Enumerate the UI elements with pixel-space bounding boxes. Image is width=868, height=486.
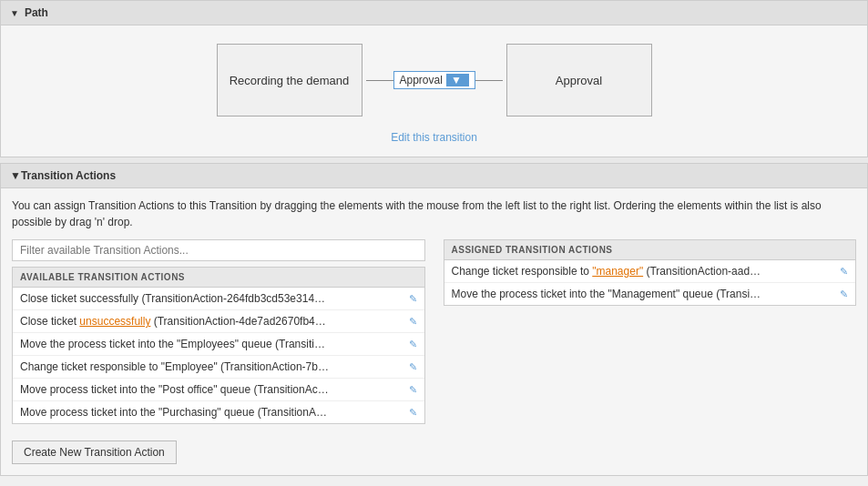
- connector-line-row: Approval ▼: [366, 71, 503, 89]
- filter-input[interactable]: [12, 239, 425, 261]
- list-item[interactable]: Move the process ticket into the "Employ…: [13, 333, 424, 356]
- actions-section-title: Transition Actions: [21, 169, 116, 182]
- transition-dropdown[interactable]: Approval ▼: [393, 71, 475, 89]
- edit-icon[interactable]: ✎: [409, 361, 417, 373]
- edit-icon[interactable]: ✎: [409, 316, 417, 328]
- create-transition-action-button[interactable]: Create New Transition Action: [12, 440, 177, 464]
- edit-icon[interactable]: ✎: [409, 339, 417, 350]
- list-item[interactable]: Move process ticket into the "Purchasing…: [13, 401, 424, 423]
- actions-section-header[interactable]: ▼ Transition Actions: [1, 164, 867, 188]
- page-wrapper: ▼ Path Recording the demand Approval ▼ A…: [0, 0, 868, 476]
- list-item-text: Close ticket unsuccessfully (TransitionA…: [20, 315, 330, 328]
- list-item[interactable]: Close ticket unsuccessfully (TransitionA…: [13, 310, 424, 333]
- list-item-text: Change ticket responsible to "Employee" …: [20, 360, 330, 373]
- edit-icon[interactable]: ✎: [409, 407, 417, 419]
- drag-lists: AVAILABLE TRANSITION ACTIONS Close ticke…: [1, 239, 867, 435]
- assigned-list-header: ASSIGNED TRANSITION ACTIONS: [444, 240, 856, 260]
- list-item-text: Move the process ticket into the "Manage…: [452, 288, 761, 300]
- line-left: [366, 80, 393, 81]
- edit-icon[interactable]: ✎: [409, 293, 417, 305]
- list-item-text: Move the process ticket into the "Employ…: [20, 338, 330, 350]
- available-items: Close ticket successfully (TransitionAct…: [13, 288, 424, 423]
- available-list-header: AVAILABLE TRANSITION ACTIONS: [13, 268, 424, 288]
- right-panel: ASSIGNED TRANSITION ACTIONS Change ticke…: [444, 239, 857, 424]
- left-panel: AVAILABLE TRANSITION ACTIONS Close ticke…: [12, 239, 425, 424]
- assigned-list-container: ASSIGNED TRANSITION ACTIONS Change ticke…: [444, 239, 857, 306]
- list-item[interactable]: Change ticket responsible to "Employee" …: [13, 356, 424, 379]
- node-approval: Approval: [506, 44, 652, 116]
- list-item[interactable]: Move the process ticket into the "Manage…: [444, 283, 856, 305]
- assigned-items: Change ticket responsible to "manager" (…: [444, 260, 856, 305]
- edit-icon[interactable]: ✎: [840, 289, 848, 300]
- transition-label: Approval: [400, 74, 443, 86]
- path-diagram: Recording the demand Approval ▼ Approval: [1, 25, 867, 126]
- list-item-text: Close ticket successfully (TransitionAct…: [20, 292, 330, 305]
- list-item[interactable]: Change ticket responsible to "manager" (…: [444, 260, 856, 283]
- list-item[interactable]: Close ticket successfully (TransitionAct…: [13, 288, 424, 310]
- section-actions: ▼ Transition Actions You can assign Tran…: [0, 163, 868, 476]
- path-arrow-icon: ▼: [10, 8, 19, 18]
- edit-icon[interactable]: ✎: [840, 266, 848, 278]
- path-section-title: Path: [25, 6, 48, 19]
- available-list-container: AVAILABLE TRANSITION ACTIONS Close ticke…: [12, 267, 425, 424]
- list-item-text: Move process ticket into the "Post offic…: [20, 383, 330, 396]
- section-path: ▼ Path Recording the demand Approval ▼ A…: [0, 0, 868, 157]
- list-item-text: Change ticket responsible to "manager" (…: [452, 265, 761, 278]
- dropdown-arrow-icon: ▼: [446, 74, 469, 86]
- description-text: You can assign Transition Actions to thi…: [1, 188, 867, 239]
- actions-arrow-icon: ▼: [10, 169, 21, 182]
- line-right: [475, 80, 503, 81]
- edit-transition-link[interactable]: Edit this transition: [1, 126, 867, 157]
- path-connector: Approval ▼: [366, 71, 503, 89]
- list-item[interactable]: Move process ticket into the "Post offic…: [13, 379, 424, 401]
- path-section-header[interactable]: ▼ Path: [1, 1, 867, 25]
- node-recording: Recording the demand: [217, 44, 363, 116]
- edit-icon[interactable]: ✎: [409, 384, 417, 396]
- list-item-text: Move process ticket into the "Purchasing…: [20, 406, 330, 419]
